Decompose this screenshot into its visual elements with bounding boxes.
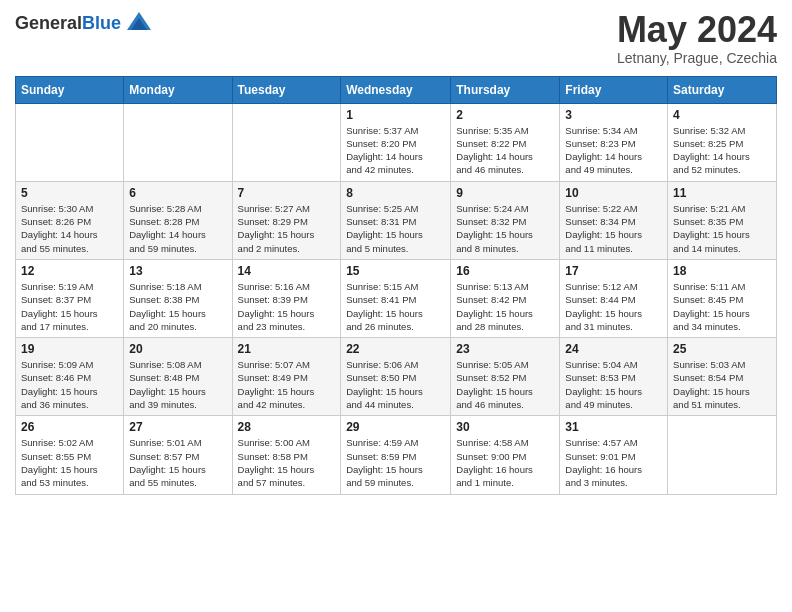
day-info: Sunrise: 5:01 AM Sunset: 8:57 PM Dayligh… — [129, 436, 226, 489]
calendar-cell: 14Sunrise: 5:16 AM Sunset: 8:39 PM Dayli… — [232, 259, 341, 337]
col-thursday: Thursday — [451, 76, 560, 103]
calendar-cell: 9Sunrise: 5:24 AM Sunset: 8:32 PM Daylig… — [451, 181, 560, 259]
day-number: 11 — [673, 186, 771, 200]
day-number: 25 — [673, 342, 771, 356]
day-number: 18 — [673, 264, 771, 278]
calendar-cell: 1Sunrise: 5:37 AM Sunset: 8:20 PM Daylig… — [341, 103, 451, 181]
col-tuesday: Tuesday — [232, 76, 341, 103]
header: GeneralBlue May 2024 Letnany, Prague, Cz… — [15, 10, 777, 66]
calendar-cell: 4Sunrise: 5:32 AM Sunset: 8:25 PM Daylig… — [668, 103, 777, 181]
day-number: 26 — [21, 420, 118, 434]
calendar-cell: 20Sunrise: 5:08 AM Sunset: 8:48 PM Dayli… — [124, 338, 232, 416]
day-info: Sunrise: 5:11 AM Sunset: 8:45 PM Dayligh… — [673, 280, 771, 333]
day-info: Sunrise: 4:58 AM Sunset: 9:00 PM Dayligh… — [456, 436, 554, 489]
day-info: Sunrise: 5:12 AM Sunset: 8:44 PM Dayligh… — [565, 280, 662, 333]
day-info: Sunrise: 5:07 AM Sunset: 8:49 PM Dayligh… — [238, 358, 336, 411]
day-number: 31 — [565, 420, 662, 434]
calendar-cell: 15Sunrise: 5:15 AM Sunset: 8:41 PM Dayli… — [341, 259, 451, 337]
day-info: Sunrise: 5:00 AM Sunset: 8:58 PM Dayligh… — [238, 436, 336, 489]
day-info: Sunrise: 5:08 AM Sunset: 8:48 PM Dayligh… — [129, 358, 226, 411]
day-number: 10 — [565, 186, 662, 200]
day-info: Sunrise: 5:04 AM Sunset: 8:53 PM Dayligh… — [565, 358, 662, 411]
calendar-cell: 8Sunrise: 5:25 AM Sunset: 8:31 PM Daylig… — [341, 181, 451, 259]
calendar-cell: 11Sunrise: 5:21 AM Sunset: 8:35 PM Dayli… — [668, 181, 777, 259]
day-info: Sunrise: 5:06 AM Sunset: 8:50 PM Dayligh… — [346, 358, 445, 411]
day-number: 30 — [456, 420, 554, 434]
calendar-cell: 5Sunrise: 5:30 AM Sunset: 8:26 PM Daylig… — [16, 181, 124, 259]
col-friday: Friday — [560, 76, 668, 103]
day-number: 7 — [238, 186, 336, 200]
day-number: 9 — [456, 186, 554, 200]
logo-general: General — [15, 13, 82, 33]
day-number: 16 — [456, 264, 554, 278]
page: GeneralBlue May 2024 Letnany, Prague, Cz… — [0, 0, 792, 505]
calendar-header-row: Sunday Monday Tuesday Wednesday Thursday… — [16, 76, 777, 103]
calendar-cell: 13Sunrise: 5:18 AM Sunset: 8:38 PM Dayli… — [124, 259, 232, 337]
day-number: 29 — [346, 420, 445, 434]
day-info: Sunrise: 5:27 AM Sunset: 8:29 PM Dayligh… — [238, 202, 336, 255]
day-info: Sunrise: 5:35 AM Sunset: 8:22 PM Dayligh… — [456, 124, 554, 177]
col-wednesday: Wednesday — [341, 76, 451, 103]
col-sunday: Sunday — [16, 76, 124, 103]
day-info: Sunrise: 5:30 AM Sunset: 8:26 PM Dayligh… — [21, 202, 118, 255]
logo: GeneralBlue — [15, 10, 153, 38]
day-info: Sunrise: 4:57 AM Sunset: 9:01 PM Dayligh… — [565, 436, 662, 489]
col-monday: Monday — [124, 76, 232, 103]
day-number: 4 — [673, 108, 771, 122]
day-number: 13 — [129, 264, 226, 278]
col-saturday: Saturday — [668, 76, 777, 103]
calendar-week-row: 26Sunrise: 5:02 AM Sunset: 8:55 PM Dayli… — [16, 416, 777, 494]
day-info: Sunrise: 5:21 AM Sunset: 8:35 PM Dayligh… — [673, 202, 771, 255]
day-number: 5 — [21, 186, 118, 200]
calendar-cell: 30Sunrise: 4:58 AM Sunset: 9:00 PM Dayli… — [451, 416, 560, 494]
calendar-cell: 28Sunrise: 5:00 AM Sunset: 8:58 PM Dayli… — [232, 416, 341, 494]
title-block: May 2024 Letnany, Prague, Czechia — [617, 10, 777, 66]
day-number: 21 — [238, 342, 336, 356]
day-info: Sunrise: 5:28 AM Sunset: 8:28 PM Dayligh… — [129, 202, 226, 255]
day-number: 15 — [346, 264, 445, 278]
day-info: Sunrise: 5:19 AM Sunset: 8:37 PM Dayligh… — [21, 280, 118, 333]
calendar-cell: 27Sunrise: 5:01 AM Sunset: 8:57 PM Dayli… — [124, 416, 232, 494]
day-info: Sunrise: 5:37 AM Sunset: 8:20 PM Dayligh… — [346, 124, 445, 177]
calendar-cell: 17Sunrise: 5:12 AM Sunset: 8:44 PM Dayli… — [560, 259, 668, 337]
day-info: Sunrise: 5:34 AM Sunset: 8:23 PM Dayligh… — [565, 124, 662, 177]
calendar-cell: 22Sunrise: 5:06 AM Sunset: 8:50 PM Dayli… — [341, 338, 451, 416]
day-number: 6 — [129, 186, 226, 200]
calendar-cell: 2Sunrise: 5:35 AM Sunset: 8:22 PM Daylig… — [451, 103, 560, 181]
day-number: 27 — [129, 420, 226, 434]
day-number: 20 — [129, 342, 226, 356]
day-info: Sunrise: 5:16 AM Sunset: 8:39 PM Dayligh… — [238, 280, 336, 333]
day-info: Sunrise: 5:15 AM Sunset: 8:41 PM Dayligh… — [346, 280, 445, 333]
logo-text: GeneralBlue — [15, 14, 121, 34]
calendar-cell — [16, 103, 124, 181]
calendar-cell: 26Sunrise: 5:02 AM Sunset: 8:55 PM Dayli… — [16, 416, 124, 494]
day-info: Sunrise: 5:24 AM Sunset: 8:32 PM Dayligh… — [456, 202, 554, 255]
calendar-week-row: 12Sunrise: 5:19 AM Sunset: 8:37 PM Dayli… — [16, 259, 777, 337]
day-number: 2 — [456, 108, 554, 122]
calendar-cell — [232, 103, 341, 181]
calendar-cell — [124, 103, 232, 181]
day-number: 8 — [346, 186, 445, 200]
calendar-cell: 19Sunrise: 5:09 AM Sunset: 8:46 PM Dayli… — [16, 338, 124, 416]
day-number: 28 — [238, 420, 336, 434]
day-number: 3 — [565, 108, 662, 122]
calendar-cell: 29Sunrise: 4:59 AM Sunset: 8:59 PM Dayli… — [341, 416, 451, 494]
day-number: 24 — [565, 342, 662, 356]
calendar-cell: 21Sunrise: 5:07 AM Sunset: 8:49 PM Dayli… — [232, 338, 341, 416]
calendar-cell: 12Sunrise: 5:19 AM Sunset: 8:37 PM Dayli… — [16, 259, 124, 337]
day-info: Sunrise: 5:32 AM Sunset: 8:25 PM Dayligh… — [673, 124, 771, 177]
logo-blue: Blue — [82, 13, 121, 33]
calendar-cell: 23Sunrise: 5:05 AM Sunset: 8:52 PM Dayli… — [451, 338, 560, 416]
day-info: Sunrise: 5:02 AM Sunset: 8:55 PM Dayligh… — [21, 436, 118, 489]
day-info: Sunrise: 5:05 AM Sunset: 8:52 PM Dayligh… — [456, 358, 554, 411]
day-number: 14 — [238, 264, 336, 278]
calendar-cell: 10Sunrise: 5:22 AM Sunset: 8:34 PM Dayli… — [560, 181, 668, 259]
location: Letnany, Prague, Czechia — [617, 50, 777, 66]
day-number: 22 — [346, 342, 445, 356]
calendar-cell: 18Sunrise: 5:11 AM Sunset: 8:45 PM Dayli… — [668, 259, 777, 337]
calendar-cell: 16Sunrise: 5:13 AM Sunset: 8:42 PM Dayli… — [451, 259, 560, 337]
calendar-week-row: 1Sunrise: 5:37 AM Sunset: 8:20 PM Daylig… — [16, 103, 777, 181]
calendar-table: Sunday Monday Tuesday Wednesday Thursday… — [15, 76, 777, 495]
day-number: 17 — [565, 264, 662, 278]
calendar-week-row: 5Sunrise: 5:30 AM Sunset: 8:26 PM Daylig… — [16, 181, 777, 259]
